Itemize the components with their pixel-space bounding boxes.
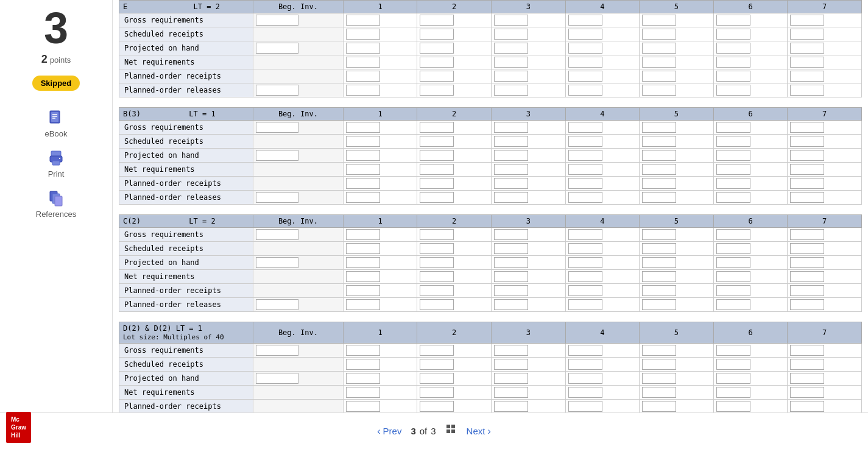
cell-input[interactable] bbox=[568, 285, 602, 296]
cell-input[interactable] bbox=[642, 373, 676, 384]
cell-input[interactable] bbox=[568, 57, 602, 68]
cell-input[interactable] bbox=[642, 359, 676, 370]
cell-input[interactable] bbox=[790, 243, 824, 254]
cell-input[interactable] bbox=[494, 271, 528, 282]
cell-input[interactable] bbox=[346, 271, 380, 282]
cell-input[interactable] bbox=[494, 285, 528, 296]
cell-input[interactable] bbox=[420, 29, 454, 40]
cell-input[interactable] bbox=[420, 373, 454, 384]
cell-input[interactable] bbox=[642, 15, 676, 26]
cell-input[interactable] bbox=[568, 192, 602, 203]
cell-input[interactable] bbox=[346, 15, 380, 26]
cell-input[interactable] bbox=[420, 387, 454, 398]
cell-input[interactable] bbox=[420, 43, 454, 54]
cell-input[interactable] bbox=[494, 15, 528, 26]
cell-input[interactable] bbox=[716, 136, 750, 147]
cell-input[interactable] bbox=[790, 57, 824, 68]
cell-input[interactable] bbox=[716, 285, 750, 296]
cell-input[interactable] bbox=[346, 192, 380, 203]
cell-input[interactable] bbox=[642, 401, 676, 412]
cell-input[interactable] bbox=[642, 271, 676, 282]
cell-input[interactable] bbox=[346, 229, 380, 240]
cell-input[interactable] bbox=[494, 136, 528, 147]
cell-input[interactable] bbox=[642, 229, 676, 240]
cell-input[interactable] bbox=[568, 136, 602, 147]
cell-input[interactable] bbox=[494, 387, 528, 398]
beg-inv-input[interactable] bbox=[256, 345, 298, 356]
cell-input[interactable] bbox=[790, 387, 824, 398]
cell-input[interactable] bbox=[716, 387, 750, 398]
cell-input[interactable] bbox=[494, 57, 528, 68]
cell-input[interactable] bbox=[716, 271, 750, 282]
cell-input[interactable] bbox=[346, 285, 380, 296]
cell-input[interactable] bbox=[494, 43, 528, 54]
cell-input[interactable] bbox=[716, 359, 750, 370]
cell-input[interactable] bbox=[420, 271, 454, 282]
cell-input[interactable] bbox=[346, 299, 380, 310]
cell-input[interactable] bbox=[346, 401, 380, 412]
cell-input[interactable] bbox=[420, 192, 454, 203]
beg-inv-input[interactable] bbox=[256, 192, 298, 203]
cell-input[interactable] bbox=[642, 150, 676, 161]
grid-view-icon[interactable] bbox=[445, 423, 457, 439]
cell-input[interactable] bbox=[568, 359, 602, 370]
cell-input[interactable] bbox=[568, 257, 602, 268]
cell-input[interactable] bbox=[568, 229, 602, 240]
cell-input[interactable] bbox=[420, 150, 454, 161]
cell-input[interactable] bbox=[420, 257, 454, 268]
cell-input[interactable] bbox=[642, 387, 676, 398]
cell-input[interactable] bbox=[568, 43, 602, 54]
cell-input[interactable] bbox=[716, 401, 750, 412]
cell-input[interactable] bbox=[420, 57, 454, 68]
cell-input[interactable] bbox=[790, 150, 824, 161]
sidebar-item-ebook[interactable]: eBook bbox=[45, 108, 68, 138]
cell-input[interactable] bbox=[642, 71, 676, 82]
cell-input[interactable] bbox=[790, 29, 824, 40]
cell-input[interactable] bbox=[642, 299, 676, 310]
cell-input[interactable] bbox=[494, 257, 528, 268]
beg-inv-input[interactable] bbox=[256, 257, 298, 268]
beg-inv-input[interactable] bbox=[256, 122, 298, 133]
cell-input[interactable] bbox=[642, 29, 676, 40]
beg-inv-input[interactable] bbox=[256, 229, 298, 240]
cell-input[interactable] bbox=[346, 136, 380, 147]
cell-input[interactable] bbox=[420, 359, 454, 370]
sidebar-item-print[interactable]: Print bbox=[46, 148, 66, 179]
cell-input[interactable] bbox=[346, 43, 380, 54]
cell-input[interactable] bbox=[420, 164, 454, 175]
cell-input[interactable] bbox=[568, 122, 602, 133]
cell-input[interactable] bbox=[568, 345, 602, 356]
cell-input[interactable] bbox=[346, 150, 380, 161]
cell-input[interactable] bbox=[790, 43, 824, 54]
cell-input[interactable] bbox=[790, 373, 824, 384]
cell-input[interactable] bbox=[420, 229, 454, 240]
cell-input[interactable] bbox=[642, 57, 676, 68]
cell-input[interactable] bbox=[420, 85, 454, 96]
cell-input[interactable] bbox=[568, 243, 602, 254]
cell-input[interactable] bbox=[494, 85, 528, 96]
beg-inv-input[interactable] bbox=[256, 85, 298, 96]
cell-input[interactable] bbox=[420, 401, 454, 412]
cell-input[interactable] bbox=[494, 122, 528, 133]
cell-input[interactable] bbox=[494, 243, 528, 254]
cell-input[interactable] bbox=[642, 192, 676, 203]
cell-input[interactable] bbox=[346, 387, 380, 398]
cell-input[interactable] bbox=[716, 345, 750, 356]
cell-input[interactable] bbox=[568, 373, 602, 384]
cell-input[interactable] bbox=[790, 229, 824, 240]
beg-inv-input[interactable] bbox=[256, 150, 298, 161]
cell-input[interactable] bbox=[642, 257, 676, 268]
cell-input[interactable] bbox=[642, 85, 676, 96]
cell-input[interactable] bbox=[420, 122, 454, 133]
cell-input[interactable] bbox=[494, 71, 528, 82]
cell-input[interactable] bbox=[494, 178, 528, 189]
cell-input[interactable] bbox=[420, 299, 454, 310]
cell-input[interactable] bbox=[642, 285, 676, 296]
cell-input[interactable] bbox=[346, 85, 380, 96]
cell-input[interactable] bbox=[568, 401, 602, 412]
cell-input[interactable] bbox=[642, 136, 676, 147]
cell-input[interactable] bbox=[420, 345, 454, 356]
cell-input[interactable] bbox=[790, 359, 824, 370]
cell-input[interactable] bbox=[568, 178, 602, 189]
cell-input[interactable] bbox=[790, 15, 824, 26]
